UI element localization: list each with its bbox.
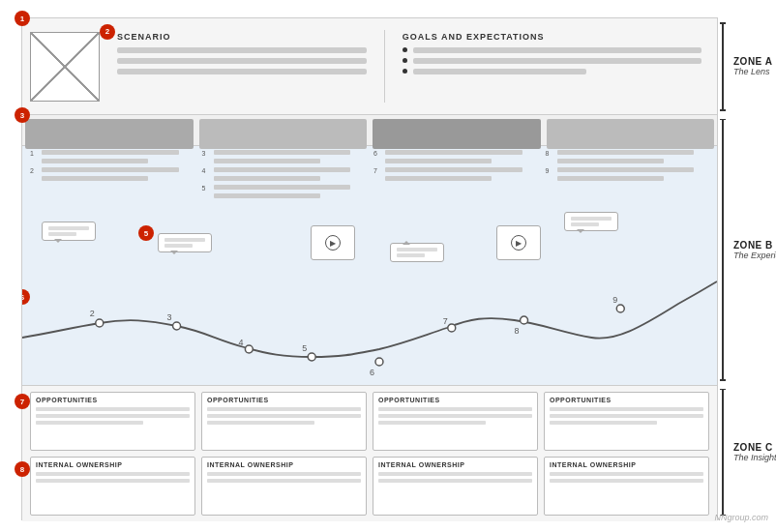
curve-dot-9 <box>616 305 624 312</box>
nav-item-4[interactable] <box>547 119 715 149</box>
opp-line-3b <box>378 414 532 418</box>
opportunities-cell-4: OPPORTUNITIES <box>544 392 709 451</box>
diagram: 1 2 SCENARIO GOALS AND EXPECTATIONS <box>21 17 718 520</box>
bubble-2-line2 <box>164 244 193 248</box>
curve-dot-8 <box>521 316 528 324</box>
opp-line-3c <box>378 421 486 425</box>
badge-8: 8 <box>15 461 30 477</box>
scenario-title: SCENARIO <box>117 32 367 42</box>
scenario-line-2 <box>117 58 367 64</box>
zone-b: 3 1 <box>22 115 717 386</box>
bubble-3-line2 <box>397 253 425 257</box>
bubble-3 <box>390 243 444 262</box>
ownership-cell-2: INTERNAL OWNERSHIP <box>201 457 367 516</box>
ownership-cell-1: INTERNAL OWNERSHIP <box>30 457 195 516</box>
own-line-4a <box>550 472 703 476</box>
zone-labels: ZONE A The Lens ZONE B The Experience ZO… <box>722 18 776 519</box>
play-button-2[interactable]: ▶ <box>511 235 526 251</box>
zone-b-content: 1 2 4 <box>22 146 717 386</box>
bubble-2-line1 <box>164 238 205 242</box>
col1-line1 <box>42 150 179 155</box>
zone-a-title: ZONE A <box>733 56 772 67</box>
opp-line-2c <box>207 421 314 425</box>
col3-line1 <box>385 150 522 155</box>
goal-bullet-1 <box>403 47 407 52</box>
opp-title-3: OPPORTUNITIES <box>378 397 532 403</box>
col-text-2: 4 3 4 5 <box>198 150 371 202</box>
badge-3: 3 <box>15 107 30 123</box>
ownership-cell-3: INTERNAL OWNERSHIP <box>373 457 538 516</box>
own-line-1b <box>36 479 190 483</box>
curve-num-8: 8 <box>515 326 520 336</box>
own-title-1: INTERNAL OWNERSHIP <box>36 461 190 468</box>
zone-a: 1 2 SCENARIO GOALS AND EXPECTATIONS <box>22 18 717 115</box>
curve-dot-4 <box>245 345 253 353</box>
col4-line4 <box>557 176 664 181</box>
col4-line3 <box>557 167 695 172</box>
goal-line-1 <box>413 47 701 53</box>
badge-5: 5 <box>138 225 154 241</box>
curve-num-4: 4 <box>238 338 243 347</box>
bubble-4-line2 <box>571 222 599 226</box>
badge-7: 7 <box>15 394 30 409</box>
video-box-2[interactable]: ▶ <box>496 225 541 260</box>
col3-line2 <box>385 159 492 163</box>
zone-c-grid: OPPORTUNITIES OPPORTUNITIES OPPORTUNITIE… <box>30 392 709 516</box>
zone-a-sublabel: The Lens <box>733 67 772 76</box>
curve-dot-7 <box>448 324 456 332</box>
opportunities-cell-2: OPPORTUNITIES <box>201 392 367 451</box>
badge-2: 2 <box>100 24 115 40</box>
curve-dot-6 <box>375 358 383 366</box>
nav-item-1[interactable] <box>25 119 194 149</box>
zone-b-sublabel: The Experience <box>733 251 776 260</box>
opp-line-3a <box>378 407 532 411</box>
own-line-2b <box>207 479 361 483</box>
zone-a-bracket <box>722 22 724 111</box>
goal-line-2 <box>413 58 701 64</box>
zone-c-sublabel: The Insights <box>733 453 776 462</box>
ownership-cell-4: INTERNAL OWNERSHIP <box>544 457 709 516</box>
opp-line-4a <box>550 407 703 411</box>
bubble-4 <box>564 212 618 231</box>
col1-line4 <box>42 176 148 181</box>
nav-item-2[interactable] <box>199 119 368 149</box>
col4-line1 <box>557 150 695 155</box>
scenario-image <box>30 32 100 102</box>
col2-line5 <box>214 185 351 190</box>
opp-line-1c <box>36 421 143 425</box>
zone-b-bracket <box>722 119 724 381</box>
curve-dot-5 <box>308 353 315 361</box>
own-line-2a <box>207 472 361 476</box>
curve-num-5: 5 <box>302 343 307 353</box>
zone-label-a: ZONE A The Lens <box>722 18 776 115</box>
goals-title: GOALS AND EXPECTATIONS <box>403 32 701 42</box>
zone-c: 7 8 OPPORTUNITIES OPPORTUNITIES <box>22 386 717 521</box>
own-title-2: INTERNAL OWNERSHIP <box>207 461 361 468</box>
video-box-1[interactable]: ▶ <box>311 225 355 260</box>
opp-title-2: OPPORTUNITIES <box>207 397 361 403</box>
col2-line6 <box>214 193 320 198</box>
scenario-line-1 <box>117 47 367 53</box>
opp-line-2a <box>207 407 361 411</box>
journey-path <box>22 281 717 357</box>
scenario-line-3 <box>117 69 367 74</box>
nngroup-text: NNgroup.com <box>714 513 768 522</box>
bubble-3-line1 <box>397 248 437 251</box>
own-line-4b <box>550 479 703 483</box>
curve-num-3: 3 <box>167 312 172 322</box>
col3-line3 <box>385 167 522 172</box>
play-button-1[interactable]: ▶ <box>325 235 341 251</box>
col2-line4 <box>214 176 320 181</box>
columns-area: 1 2 4 <box>22 150 717 202</box>
opp-line-1a <box>36 407 190 411</box>
goals-block: GOALS AND EXPECTATIONS <box>395 28 709 105</box>
zone-c-bracket <box>722 389 724 516</box>
bubble-4-line1 <box>571 217 612 221</box>
nav-item-3[interactable] <box>373 119 541 149</box>
opportunities-cell-3: OPPORTUNITIES <box>373 392 538 451</box>
outer-container: 1 2 SCENARIO GOALS AND EXPECTATIONS <box>0 0 776 532</box>
col2-line2 <box>214 159 320 163</box>
journey-curve: 2 3 4 5 6 7 8 9 <box>22 270 717 386</box>
goal-item-2 <box>403 58 701 64</box>
zone-b-title: ZONE B <box>733 240 776 251</box>
